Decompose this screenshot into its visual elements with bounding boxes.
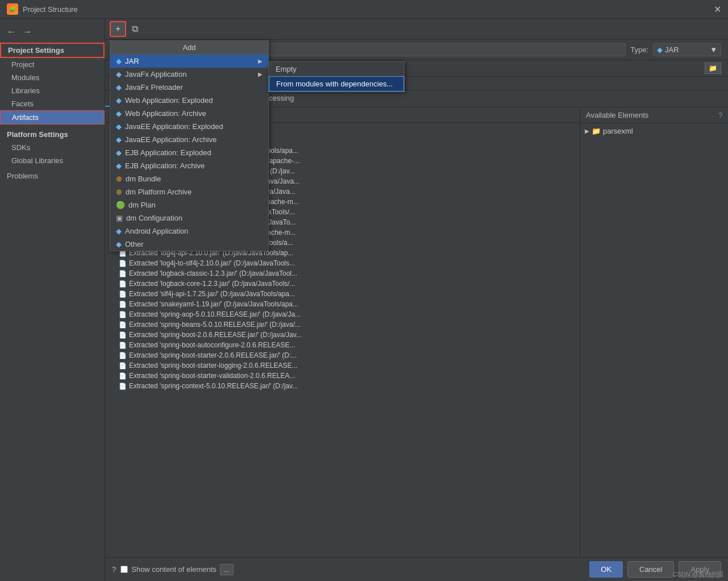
tree-item-parsexml[interactable]: ▶ 📁 parsexml xyxy=(585,126,723,136)
add-menu-item-javaee-exploded[interactable]: ◆ JavaEE Application: Exploded xyxy=(110,120,268,133)
add-menu-item-ejb-archive[interactable]: ◆ EJB Application: Archive xyxy=(110,159,268,172)
javafx-app-arrow: ▶ xyxy=(258,71,263,77)
list-item[interactable]: 📄 Extracted 'logback-core-1.2.3.jar/' (D… xyxy=(105,279,580,289)
sidebar-item-global-libraries[interactable]: Global Libraries xyxy=(0,154,105,167)
web-archive-icon: ◆ xyxy=(116,109,122,118)
project-settings-section: Project Settings xyxy=(0,43,105,58)
list-item[interactable]: 📄 Extracted 'spring-context-5.0.10.RELEA… xyxy=(105,381,580,391)
list-item[interactable]: 📄 Extracted 'spring-aop-5.0.10.RELEASE.j… xyxy=(105,309,580,319)
sidebar-item-artifacts[interactable]: Artifacts xyxy=(0,110,105,125)
extracted-icon: 📄 xyxy=(119,301,127,308)
add-menu-item-javafx-app[interactable]: ◆ JavaFx Application ▶ xyxy=(110,68,268,81)
javaee-archive-icon: ◆ xyxy=(116,135,122,144)
available-elements-title: Available Elements xyxy=(586,111,648,119)
add-menu-item-ejb-exploded[interactable]: ◆ EJB Application: Exploded xyxy=(110,146,268,159)
add-menu-item-dm-bundle[interactable]: ⊕ dm Bundle xyxy=(110,172,268,185)
ejb-exploded-icon: ◆ xyxy=(116,148,122,157)
add-menu-item-web-exploded[interactable]: ◆ Web Application: Exploded xyxy=(110,94,268,107)
type-select[interactable]: ◆ JAR ▼ xyxy=(653,43,721,56)
list-item[interactable]: 📄 Extracted 'spring-boot-2.0.6.RELEASE.j… xyxy=(105,330,580,340)
javafx-app-label: JavaFx Application xyxy=(125,70,258,78)
nav-back-button[interactable]: ← xyxy=(5,26,18,38)
close-button[interactable]: ✕ xyxy=(714,4,721,15)
output-browse-button[interactable]: 📁 xyxy=(705,63,721,74)
sidebar-item-sdks[interactable]: SDKs xyxy=(0,141,105,154)
main-toolbar: + ⧉ xyxy=(105,19,728,40)
list-item[interactable]: 📄 Extracted 'log4j-to-slf4j-2.10.0.jar/'… xyxy=(105,258,580,268)
show-content-row: Show content of elements ... xyxy=(120,564,234,575)
add-menu-item-dm-platform[interactable]: ⊕ dm Platform Archive xyxy=(110,185,268,198)
extracted-icon: 📄 xyxy=(119,372,127,380)
add-menu-item-jar[interactable]: ◆ JAR ▶ xyxy=(110,55,268,68)
app-logo: 🧩 xyxy=(7,3,18,15)
add-button[interactable]: + xyxy=(110,21,126,37)
help-icon[interactable]: ? xyxy=(718,111,722,119)
window-title: Project Structure xyxy=(23,5,78,14)
add-menu-item-other[interactable]: ◆ Other xyxy=(110,238,268,251)
item-label: Extracted 'spring-boot-2.0.6.RELEASE.jar… xyxy=(129,331,302,339)
javaee-exploded-label: JavaEE Application: Exploded xyxy=(125,122,263,131)
extracted-icon: 📄 xyxy=(119,383,127,390)
sidebar-item-libraries[interactable]: Libraries xyxy=(0,84,105,97)
list-item[interactable]: 📄 Extracted 'spring-boot-starter-2.0.6.R… xyxy=(105,350,580,360)
right-panel-header: Available Elements ? xyxy=(580,107,728,123)
show-content-checkbox[interactable] xyxy=(120,566,128,573)
sidebar-item-facets[interactable]: Facets xyxy=(0,97,105,110)
javafx-preloader-icon: ◆ xyxy=(116,83,122,92)
item-label: Extracted 'spring-context-5.0.10.RELEASE… xyxy=(129,382,298,390)
dm-platform-label: dm Platform Archive xyxy=(126,188,263,196)
list-item[interactable]: 📄 Extracted 'slf4j-api-1.7.25.jar/' (D:/… xyxy=(105,289,580,299)
list-item[interactable]: 📄 Extracted 'spring-boot-starter-validat… xyxy=(105,371,580,381)
show-content-button[interactable]: ... xyxy=(220,564,234,575)
list-item[interactable]: 📄 Extracted 'snakeyaml-1.19.jar/' (D:/ja… xyxy=(105,299,580,309)
ok-button[interactable]: OK xyxy=(589,561,623,578)
item-label: Extracted 'snakeyaml-1.19.jar/' (D:/java… xyxy=(129,300,298,308)
watermark: CSDN @孤独的园 xyxy=(673,570,723,579)
sidebar-item-problems[interactable]: Problems xyxy=(0,167,105,182)
list-item[interactable]: 📄 Extracted 'logback-classic-1.2.3.jar/'… xyxy=(105,268,580,279)
nav-forward-button[interactable]: → xyxy=(20,26,34,38)
add-menu-item-javafx-preloader[interactable]: ◆ JavaFx Preloader xyxy=(110,81,268,94)
help-button[interactable]: ? xyxy=(112,565,116,574)
jar-submenu-from-modules[interactable]: From modules with dependencies... xyxy=(269,76,404,92)
jar-from-modules-label: From modules with dependencies... xyxy=(276,80,393,88)
add-menu[interactable]: Add ◆ JAR ▶ ◆ JavaFx Application ▶ ◆ Jav… xyxy=(110,40,269,251)
other-label: Other xyxy=(125,240,263,248)
javaee-exploded-icon: ◆ xyxy=(116,122,122,131)
jar-empty-label: Empty xyxy=(276,65,297,73)
tree-item-label: parsexml xyxy=(603,127,633,135)
copy-button[interactable]: ⧉ xyxy=(128,23,142,35)
extracted-icon: 📄 xyxy=(119,321,127,329)
list-item[interactable]: 📄 Extracted 'spring-boot-starter-logging… xyxy=(105,360,580,371)
jar-type-icon: ◆ xyxy=(116,57,122,65)
add-menu-item-dm-plan[interactable]: 🟢 dm Plan xyxy=(110,198,268,211)
sidebar-item-project[interactable]: Project xyxy=(0,58,105,71)
jar-label: JAR xyxy=(125,57,258,65)
content-area: + ⧉ Type: ◆ JAR ▼ Output directory: out\… xyxy=(105,19,728,581)
bottom-bar: ? Show content of elements ... OK Cancel… xyxy=(105,557,728,581)
title-bar-left: 🧩 Project Structure xyxy=(7,3,78,15)
list-item[interactable]: 📄 Extracted 'spring-boot-autoconfigure-2… xyxy=(105,340,580,350)
add-menu-item-dm-config[interactable]: ▣ dm Configuration xyxy=(110,211,268,225)
jar-submenu[interactable]: Empty From modules with dependencies... xyxy=(268,61,405,92)
type-dropdown-icon[interactable]: ▼ xyxy=(710,45,717,54)
add-menu-item-web-archive[interactable]: ◆ Web Application: Archive xyxy=(110,107,268,120)
extracted-icon: 📄 xyxy=(119,260,127,267)
dm-config-label: dm Configuration xyxy=(126,214,263,222)
javafx-preloader-label: JavaFx Preloader xyxy=(125,83,263,92)
cancel-button[interactable]: Cancel xyxy=(627,561,674,578)
item-label: Extracted 'spring-boot-autoconfigure-2.0… xyxy=(129,341,295,349)
right-panel: Available Elements ? ▶ 📁 parsexml xyxy=(580,107,728,557)
title-bar: 🧩 Project Structure ✕ xyxy=(0,0,728,19)
item-label: Extracted 'slf4j-api-1.7.25.jar/' (D:/ja… xyxy=(129,290,295,298)
type-icon: ◆ xyxy=(657,45,663,54)
extracted-icon: 📄 xyxy=(119,352,127,359)
add-menu-item-javaee-archive[interactable]: ◆ JavaEE Application: Archive xyxy=(110,133,268,146)
sidebar-item-modules[interactable]: Modules xyxy=(0,71,105,84)
list-item[interactable]: 📄 Extracted 'spring-beans-5.0.10.RELEASE… xyxy=(105,319,580,330)
add-menu-item-android[interactable]: ◆ Android Application xyxy=(110,225,268,238)
web-exploded-label: Web Application: Exploded xyxy=(125,96,263,105)
jar-submenu-empty[interactable]: Empty xyxy=(269,62,404,76)
item-label: Extracted 'spring-beans-5.0.10.RELEASE.j… xyxy=(129,321,301,329)
javaee-archive-label: JavaEE Application: Archive xyxy=(125,135,263,144)
